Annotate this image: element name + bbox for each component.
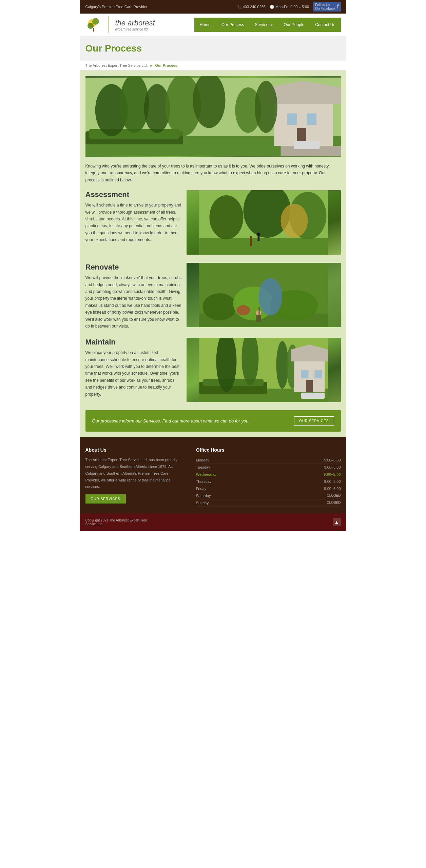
hours-day: Thursday — [196, 479, 212, 484]
hours-row: SaturdayCLOSED — [196, 492, 341, 499]
facebook-text: Follow UsOn Facebook — [315, 3, 335, 11]
svg-rect-15 — [287, 113, 297, 125]
svg-rect-3 — [93, 28, 94, 32]
renovate-title: Renovate — [85, 263, 182, 272]
hours-time: 9:00–5:00 — [324, 458, 341, 462]
svg-point-36 — [258, 278, 282, 315]
hours-table: Monday9:00–5:00Tuesday9:00–5:00Wednesday… — [196, 457, 341, 507]
phone-number: 403.240.0266 — [243, 5, 266, 9]
renovate-desc: We will provide the 'makeover' that your… — [85, 274, 182, 330]
hours-info: 🕐 Mon-Fri: 9:00 – 5:00 — [270, 5, 309, 9]
hours-time: 9:00–5:00 — [324, 465, 341, 469]
hero-svg — [85, 76, 341, 157]
breadcrumb: The Arborest Expert Tree Service Ltd. ► … — [80, 61, 346, 71]
svg-point-33 — [202, 293, 236, 320]
renovate-image — [187, 263, 341, 327]
nav-our-people[interactable]: Our People — [278, 18, 310, 32]
assessment-image — [187, 190, 341, 255]
svg-point-37 — [236, 305, 250, 315]
hours-day: Tuesday — [196, 465, 210, 469]
svg-rect-40 — [258, 307, 259, 317]
footer-about: About Us The Arborest Expert Tree Servic… — [85, 447, 182, 507]
hours-row: Friday9:00–5:00 — [196, 485, 341, 492]
clock-icon: 🕐 — [270, 5, 274, 9]
main-nav: Home Our Process Services Our People Con… — [194, 18, 341, 32]
svg-point-28 — [257, 233, 260, 236]
maintain-svg — [187, 338, 341, 402]
maintain-desc: We place your property on a customized m… — [85, 349, 182, 398]
copyright-text: Copyright 2021 The Arborest Expert TreeS… — [85, 518, 147, 526]
phone-icon: 📞 — [237, 5, 242, 9]
svg-point-24 — [209, 195, 243, 239]
main-content: Knowing who you're entrusting the care o… — [80, 71, 346, 437]
hours-row: Tuesday9:00–5:00 — [196, 464, 341, 471]
scroll-to-top-button[interactable]: ▲ — [333, 518, 341, 526]
svg-point-21 — [254, 81, 277, 133]
section-maintain: Maintain We place your property on a cus… — [85, 338, 341, 402]
hours-day: Saturday — [196, 494, 211, 498]
office-hours: Mon-Fri: 9:00 – 5:00 — [275, 5, 309, 9]
logo-text: the arborest expert tree service ltd. — [115, 19, 155, 31]
footer-services-button[interactable]: OUR SERVICES — [85, 494, 126, 504]
page-title: Our Process — [85, 43, 341, 54]
svg-rect-52 — [314, 370, 322, 378]
logo-separator — [109, 16, 109, 33]
hours-time: CLOSED — [327, 501, 341, 505]
section-renovate-inner: Renovate We will provide the 'makeover' … — [85, 263, 341, 330]
cta-banner: Our processes inform our Services. Find … — [85, 410, 341, 432]
footer: About Us The Arborest Expert Tree Servic… — [80, 437, 346, 513]
hours-time: 9:00–5:00 — [324, 479, 341, 484]
hours-row: Wednesday9:00–5:00 — [196, 471, 341, 478]
svg-point-2 — [88, 23, 94, 29]
hours-time: CLOSED — [327, 494, 341, 498]
hours-day: Monday — [196, 458, 209, 462]
breadcrumb-separator: ► — [150, 64, 153, 67]
nav-home[interactable]: Home — [194, 18, 216, 32]
section-renovate: Renovate We will provide the 'makeover' … — [85, 263, 341, 330]
svg-rect-54 — [301, 393, 325, 399]
hero-image — [85, 76, 341, 157]
hours-day: Wednesday — [196, 472, 217, 476]
logo-tree-icon — [85, 16, 102, 33]
svg-point-30 — [280, 204, 308, 238]
cta-services-button[interactable]: OUR SERVICES — [294, 416, 334, 426]
nav-services[interactable]: Services — [249, 18, 278, 32]
hours-row: Monday9:00–5:00 — [196, 457, 341, 464]
intro-text: Knowing who you're entrusting the care o… — [85, 163, 341, 183]
nav-contact-us[interactable]: Contact Us — [310, 18, 341, 32]
renovate-svg — [187, 263, 341, 327]
assessment-svg — [187, 190, 341, 255]
svg-rect-23 — [199, 238, 328, 255]
header: the arborest expert tree service ltd. Ho… — [80, 14, 346, 36]
breadcrumb-current: Our Process — [155, 63, 177, 67]
section-assessment-inner: Assessment We will schedule a time to ar… — [85, 190, 341, 255]
company-tagline: Calgary's Premier Tree Care Provider — [85, 5, 148, 9]
maintain-text: Maintain We place your property on a cus… — [85, 338, 182, 398]
svg-rect-29 — [257, 236, 259, 241]
cta-text: Our processes inform our Services. Find … — [92, 418, 250, 423]
svg-rect-51 — [301, 370, 308, 378]
assessment-text: Assessment We will schedule a time to ar… — [85, 190, 182, 243]
top-bar-right: 📞 403.240.0266 🕐 Mon-Fri: 9:00 – 5:00 Fo… — [237, 2, 341, 12]
renovate-text: Renovate We will provide the 'makeover' … — [85, 263, 182, 330]
svg-rect-19 — [293, 141, 320, 149]
hours-row: SundayCLOSED — [196, 499, 341, 507]
footer-about-title: About Us — [85, 447, 182, 453]
maintain-title: Maintain — [85, 338, 182, 347]
assessment-title: Assessment — [85, 190, 182, 199]
section-maintain-inner: Maintain We place your property on a cus… — [85, 338, 341, 402]
hours-day: Sunday — [196, 501, 209, 505]
footer-about-text: The Arborest Expert Tree Service Ltd. ha… — [85, 457, 182, 490]
maintain-image — [187, 338, 341, 402]
hours-day: Friday — [196, 487, 207, 491]
svg-rect-27 — [250, 236, 252, 246]
footer-hours: Office Hours Monday9:00–5:00Tuesday9:00–… — [196, 447, 341, 507]
brand-tagline: expert tree service ltd. — [115, 27, 155, 31]
top-bar: Calgary's Premier Tree Care Provider 📞 4… — [80, 0, 346, 14]
footer-hours-title: Office Hours — [196, 447, 341, 453]
svg-rect-16 — [307, 113, 316, 125]
bottom-footer: Copyright 2021 The Arborest Expert TreeS… — [80, 513, 346, 531]
breadcrumb-root: The Arborest Expert Tree Service Ltd. — [85, 63, 148, 67]
nav-our-process[interactable]: Our Process — [216, 18, 250, 32]
facebook-button[interactable]: Follow UsOn Facebook f — [313, 2, 341, 12]
